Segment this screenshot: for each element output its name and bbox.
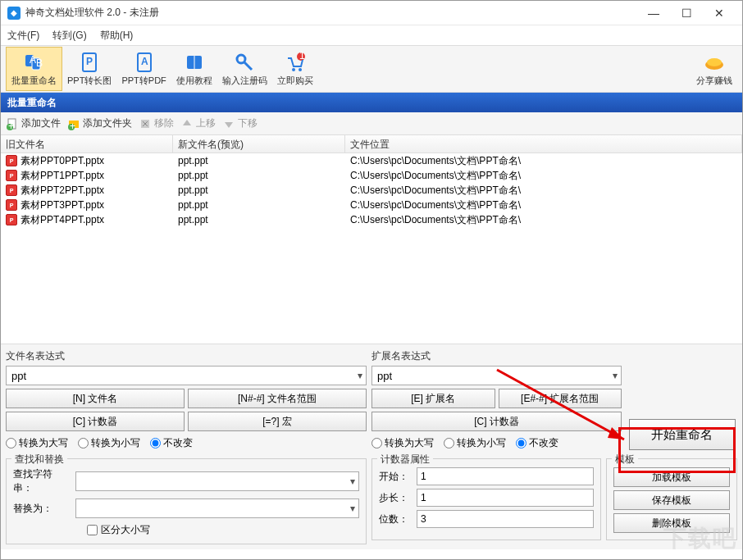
table-row[interactable]: P素材PPT1PPT.pptx ppt.ppt C:\Users\pc\Docu… xyxy=(1,168,742,183)
menu-goto[interactable]: 转到(G) xyxy=(52,29,86,43)
counter-legend: 计数器属性 xyxy=(377,453,433,467)
toolbar-ppt-long[interactable]: P PPT转长图 xyxy=(62,47,116,91)
table-row[interactable]: P素材PPT0PPT.pptx ppt.ppt C:\Users\pc\Docu… xyxy=(1,153,742,168)
counter-step-input[interactable] xyxy=(417,489,594,507)
search-legend: 查找和替换 xyxy=(11,453,67,467)
app-icon: ◆ xyxy=(7,7,21,20)
svg-line-27 xyxy=(497,370,624,439)
table-row[interactable]: P素材PPT3PPT.pptx ppt.ppt C:\Users\pc\Docu… xyxy=(1,198,742,212)
book-icon xyxy=(184,52,205,73)
move-down-button[interactable]: 下移 xyxy=(222,116,258,130)
add-folder-icon: + xyxy=(67,117,80,130)
move-up-button[interactable]: 上移 xyxy=(180,116,216,130)
table-row[interactable]: P素材PPT4PPT.pptx ppt.ppt C:\Users\pc\Docu… xyxy=(1,212,742,227)
svg-text:A: A xyxy=(141,56,148,67)
cart-icon: 1 xyxy=(285,52,306,73)
up-icon xyxy=(180,117,194,130)
maximize-button[interactable]: ☐ xyxy=(670,2,703,25)
svg-text:+: + xyxy=(70,121,75,130)
toolbar-tutorial[interactable]: 使用教程 xyxy=(171,47,217,91)
th-old[interactable]: 旧文件名 xyxy=(1,135,173,153)
key-icon xyxy=(234,52,255,73)
ppt-file-icon: P xyxy=(6,170,17,181)
radio-fn-none[interactable]: 不改变 xyxy=(150,436,193,450)
ppt-file-icon: P xyxy=(6,214,17,225)
remove-button[interactable]: 移除 xyxy=(139,116,174,130)
table-row[interactable]: P素材PPT2PPT.pptx ppt.ppt C:\Users\pc\Docu… xyxy=(1,183,742,198)
replace-input[interactable]: ▾ xyxy=(75,499,359,518)
toolbar-buy[interactable]: 1 立即购买 xyxy=(272,47,318,91)
toolbar-share[interactable]: 分享赚钱 xyxy=(691,47,737,91)
btn-ext-e[interactable]: [E] 扩展名 xyxy=(372,389,495,408)
toolbar-rename[interactable]: AB 批量重命名 xyxy=(6,47,62,91)
section-title: 批量重命名 xyxy=(1,93,742,112)
counter-start-input[interactable] xyxy=(417,467,594,485)
svg-marker-28 xyxy=(608,427,624,439)
svg-text:P: P xyxy=(86,56,93,67)
filename-expr-label: 文件名表达式 xyxy=(6,349,367,363)
radio-fn-lower[interactable]: 转换为小写 xyxy=(78,436,140,450)
down-icon xyxy=(222,117,235,130)
svg-text:A: A xyxy=(30,54,36,66)
svg-text:+: + xyxy=(8,121,14,130)
btn-filename-n[interactable]: [N] 文件名 xyxy=(6,389,185,408)
svg-point-17 xyxy=(707,58,722,66)
ppt-file-icon: P xyxy=(6,155,17,166)
filename-expr-input[interactable]: ppt ▾ xyxy=(6,366,367,385)
th-new[interactable]: 新文件名(预览) xyxy=(173,135,345,153)
btn-filename-range[interactable]: [N#-#] 文件名范围 xyxy=(188,389,367,408)
find-input[interactable]: ▾ xyxy=(75,471,359,491)
replace-label: 替换为： xyxy=(13,502,71,516)
svg-point-14 xyxy=(292,68,295,71)
dropdown-icon: ▾ xyxy=(350,476,355,487)
ppt-long-icon: P xyxy=(79,52,100,73)
case-label: 区分大小写 xyxy=(101,523,150,537)
rename-icon: AB xyxy=(24,52,45,73)
counter-digits-input[interactable] xyxy=(417,510,594,528)
save-template-button[interactable]: 保存模板 xyxy=(613,490,730,510)
add-folder-button[interactable]: + 添加文件夹 xyxy=(67,116,132,130)
svg-point-15 xyxy=(299,68,302,71)
find-label: 查找字符串： xyxy=(13,467,71,495)
btn-filename-macro[interactable]: [=?] 宏 xyxy=(188,412,367,431)
case-checkbox[interactable] xyxy=(87,525,98,535)
dropdown-icon: ▾ xyxy=(350,503,355,514)
remove-icon xyxy=(139,117,152,130)
btn-filename-counter[interactable]: [C] 计数器 xyxy=(6,412,185,431)
toolbar-ppt-pdf[interactable]: A PPT转PDF xyxy=(116,47,171,91)
close-button[interactable]: ✕ xyxy=(703,2,736,25)
add-file-button[interactable]: + 添加文件 xyxy=(6,116,61,130)
ppt-file-icon: P xyxy=(6,184,17,196)
ppt-pdf-icon: A xyxy=(134,52,155,73)
ppt-file-icon: P xyxy=(6,199,17,211)
th-loc[interactable]: 文件位置 xyxy=(345,135,742,153)
gold-icon xyxy=(704,52,725,73)
toolbar-register[interactable]: 输入注册码 xyxy=(217,47,272,91)
radio-fn-upper[interactable]: 转换为大写 xyxy=(6,436,68,450)
ext-expr-label: 扩展名表达式 xyxy=(372,349,622,363)
annotation-arrow xyxy=(493,366,640,456)
svg-line-11 xyxy=(244,61,252,70)
delete-template-button[interactable]: 删除模板 xyxy=(613,513,730,533)
menu-file[interactable]: 文件(F) xyxy=(7,29,39,43)
radio-ext-upper[interactable]: 转换为大写 xyxy=(372,436,434,450)
svg-text:B: B xyxy=(36,57,43,69)
menu-help[interactable]: 帮助(H) xyxy=(100,29,134,43)
add-file-icon: + xyxy=(6,117,19,130)
dropdown-icon: ▾ xyxy=(358,370,362,381)
minimize-button[interactable]: — xyxy=(637,2,670,25)
window-title: 神奇文档处理软件 2.0 - 未注册 xyxy=(25,6,637,20)
